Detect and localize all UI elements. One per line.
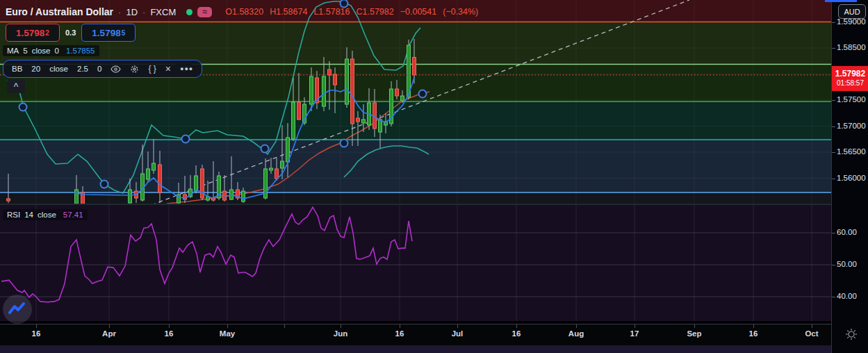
time-tick (400, 325, 400, 328)
time-axis-label: 16 (512, 329, 521, 338)
last-price: 1.57982 (835, 69, 865, 79)
time-axis-label: Oct (805, 329, 818, 338)
rsi-tick (832, 233, 835, 233)
axis-settings-gear-icon[interactable] (843, 326, 860, 343)
time-axis[interactable]: 16Apr16MayJun16Jul16Aug17Sep16Oct (0, 324, 868, 345)
timeframe-label[interactable]: 1D (126, 7, 138, 17)
rsi-axis-label: 60.00 (837, 228, 857, 236)
symbol-title[interactable]: Euro / Australian Dollar (6, 6, 113, 17)
close-icon[interactable]: × (165, 63, 171, 74)
time-tick (341, 325, 341, 328)
time-tick (284, 325, 285, 328)
price-tick (832, 22, 835, 23)
time-axis-label: 16 (165, 329, 174, 338)
bb-indicator-toolbar[interactable]: BB 20 close 2.5 0 { } × ●●● (3, 60, 202, 78)
mountain-chart-icon (8, 302, 26, 316)
rsi-axis-label: 40.00 (837, 292, 857, 300)
time-tick (812, 325, 812, 328)
eye-icon[interactable] (110, 65, 121, 73)
braces-icon[interactable]: { } (148, 64, 156, 74)
price-tick (832, 100, 835, 101)
rsi-axis-label: 50.00 (837, 260, 857, 268)
ma-legend[interactable]: MA5 close0 1.57855 (3, 45, 99, 56)
price-axis-label: 1.58500 (837, 43, 866, 51)
collapse-chevron-button[interactable]: ^ (7, 79, 25, 93)
change-pct: (−0.34%) (443, 7, 478, 17)
spread-value: 0.3 (64, 28, 77, 37)
time-tick (694, 325, 695, 328)
separator: · (142, 7, 145, 17)
time-tick (109, 325, 110, 328)
time-axis-label: Jun (334, 329, 347, 338)
separator: · (118, 7, 121, 17)
market-status-dot-icon (186, 9, 193, 15)
time-axis-label: 16 (32, 329, 41, 338)
rsi-tick (832, 265, 835, 265)
exchange-label[interactable]: FXCM (150, 7, 176, 17)
time-axis-label: Jul (452, 329, 464, 338)
rsi-pane[interactable] (0, 205, 831, 321)
change: −0.00541 (400, 7, 436, 17)
price-axis-label: 1.57500 (837, 95, 866, 104)
price-tick (832, 152, 835, 153)
time-axis-label: 17 (630, 329, 639, 338)
time-tick (634, 325, 635, 328)
ma-value: 1.57855 (66, 47, 95, 55)
time-axis-label: 16 (395, 329, 404, 338)
ohlc-item: O1.58320 (225, 7, 263, 17)
time-axis-label: Aug (568, 329, 584, 338)
currency-chip[interactable]: AUD (838, 4, 866, 19)
next-pane-edge (0, 345, 868, 353)
bid-button[interactable]: 1.57982 (6, 24, 60, 42)
time-tick (36, 325, 37, 328)
time-axis-label: 16 (749, 329, 758, 338)
quote-row: 1.57982 0.3 1.57985 (6, 24, 136, 42)
ask-button[interactable]: 1.57985 (81, 24, 136, 42)
bb-name: BB (12, 65, 22, 73)
delayed-data-icon[interactable]: ≈ (197, 7, 212, 17)
pane-divider[interactable] (0, 204, 831, 205)
time-tick (516, 325, 517, 328)
last-price-badge: 1.57982 01:58:57 (832, 66, 868, 91)
tradingview-logo[interactable] (3, 295, 32, 324)
rsi-value: 57.41 (63, 211, 83, 219)
ohlc-item: C1.57982 (357, 7, 394, 17)
more-icon[interactable]: ●●● (180, 65, 193, 72)
bar-countdown: 01:58:57 (837, 79, 864, 88)
price-tick (832, 179, 835, 179)
ohlc-item: L1.57816 (313, 7, 350, 17)
rsi-tick (832, 297, 835, 297)
time-tick (457, 325, 458, 328)
price-tick (832, 48, 835, 49)
gear-icon[interactable] (130, 65, 139, 74)
symbol-row: Euro / Australian Dollar · 1D · FXCM ≈ O… (6, 5, 478, 19)
watchlist-accent-strip (825, 0, 857, 2)
price-axis-label: 1.56500 (837, 147, 866, 156)
time-axis-label: Apr (102, 329, 116, 338)
time-tick (753, 325, 754, 328)
price-tick (832, 126, 835, 127)
ohlc-values: O1.58320H1.58674L1.57816C1.57982−0.00541… (225, 7, 478, 17)
price-axis-label: 1.57000 (837, 122, 866, 130)
time-tick (169, 325, 170, 328)
time-tick (227, 325, 228, 328)
trading-chart-app: Euro / Australian Dollar · 1D · FXCM ≈ O… (0, 0, 868, 353)
time-axis-label: May (220, 329, 235, 338)
price-axis[interactable]: AUD 1.57982 01:58:57 1.590001.585001.575… (831, 0, 868, 353)
time-axis-label: Sep (687, 329, 701, 338)
time-tick (576, 325, 577, 328)
ohlc-item: H1.58674 (270, 7, 307, 17)
price-axis-label: 1.56000 (837, 174, 866, 182)
rsi-legend[interactable]: RSI14 close 57.41 (3, 209, 88, 220)
